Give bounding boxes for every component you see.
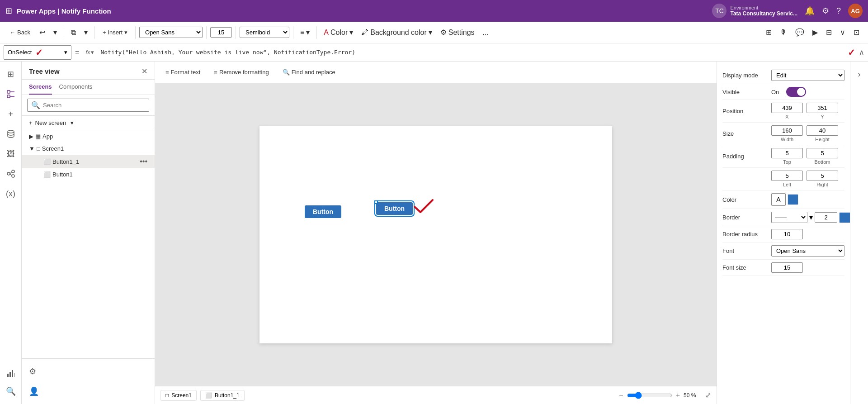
- settings-button[interactable]: ⚙ Settings: [437, 26, 478, 39]
- copy-dropdown[interactable]: ▾: [81, 26, 91, 39]
- notifications-icon[interactable]: 🔔: [805, 6, 815, 16]
- canvas-button-1[interactable]: Button: [305, 205, 341, 218]
- nav-search-icon[interactable]: 🔍: [2, 382, 20, 400]
- undo-button[interactable]: ↩: [36, 26, 48, 39]
- border-radius-input[interactable]: [771, 229, 803, 239]
- bg-color-button[interactable]: 🖍 Background color ▾: [358, 26, 435, 39]
- display-mode-label: Display mode: [722, 72, 768, 79]
- divider-4: [206, 26, 207, 39]
- user-avatar[interactable]: AG: [848, 4, 863, 18]
- position-y-input[interactable]: [807, 103, 838, 113]
- property-selector[interactable]: OnSelect ✓ ▾: [4, 45, 71, 60]
- color-a-button[interactable]: A: [771, 193, 786, 206]
- tree-item-button1[interactable]: ⬜ Button1: [22, 168, 155, 181]
- position-x-input[interactable]: [771, 103, 803, 113]
- settings-icon[interactable]: ⚙: [822, 6, 829, 16]
- nav-data-icon[interactable]: [2, 125, 20, 143]
- nav-media-icon[interactable]: 🖼: [2, 145, 20, 163]
- padding-right-input[interactable]: [807, 171, 838, 181]
- nav-tree-icon[interactable]: [2, 85, 20, 103]
- size-height-input[interactable]: [807, 125, 838, 136]
- tree-item-app[interactable]: ▶ ▦ App: [22, 130, 155, 143]
- size-width-input[interactable]: [771, 125, 803, 136]
- toolbar-icon-6[interactable]: ∨: [837, 26, 849, 39]
- back-button[interactable]: ← Back: [5, 27, 34, 38]
- fx-button[interactable]: fx ▾: [83, 48, 97, 57]
- tree-close-button[interactable]: ✕: [142, 67, 147, 76]
- insert-button[interactable]: + Insert ▾: [99, 27, 132, 38]
- screen1-tab[interactable]: □ Screen1: [160, 390, 197, 401]
- toolbar-icon-5[interactable]: ⊟: [823, 26, 835, 39]
- zoom-in-button[interactable]: +: [676, 391, 680, 399]
- remove-formatting-button[interactable]: ≡ Remove formatting: [209, 66, 274, 78]
- size-label: Size: [722, 130, 768, 137]
- color-swatch-fill[interactable]: [788, 194, 798, 205]
- undo-dropdown[interactable]: ▾: [50, 26, 60, 39]
- tab-components[interactable]: Components: [59, 80, 93, 95]
- tree-item-more-button[interactable]: •••: [140, 157, 147, 166]
- font-weight-select[interactable]: Semibold: [240, 27, 289, 38]
- search-input[interactable]: [43, 102, 145, 109]
- svg-line-9: [10, 174, 12, 176]
- nav-user-icon[interactable]: 👤: [29, 382, 147, 400]
- canvas-button-2[interactable]: Button: [376, 202, 413, 215]
- toolbar-icon-3[interactable]: 💬: [792, 26, 807, 39]
- padding-bottom-item: Bottom: [807, 148, 838, 165]
- handle-b[interactable]: [374, 200, 378, 204]
- find-replace-button[interactable]: 🔍 Find and replace: [278, 66, 340, 78]
- padding-right-item: Right: [807, 171, 838, 187]
- help-icon[interactable]: ?: [836, 6, 841, 16]
- tree-item-screen1[interactable]: ▼ □ Screen1: [22, 143, 155, 155]
- nav-connectors-icon[interactable]: [2, 165, 20, 183]
- expand-panel-icon[interactable]: ›: [850, 65, 868, 83]
- font-label: Font: [722, 247, 768, 254]
- font-family-select[interactable]: Open Sans: [139, 27, 203, 38]
- toolbar-icon-7[interactable]: ⊡: [850, 26, 863, 39]
- more-button[interactable]: ...: [480, 26, 492, 39]
- zoom-out-button[interactable]: −: [619, 391, 623, 399]
- canvas-main[interactable]: Button Button: [155, 83, 717, 386]
- formula-input[interactable]: [100, 49, 840, 56]
- display-mode-select[interactable]: Edit: [771, 70, 844, 81]
- svg-point-5: [7, 172, 10, 175]
- insert-chevron-icon: ▾: [124, 29, 127, 36]
- border-width-input[interactable]: [815, 212, 837, 223]
- copy-button[interactable]: ⧉: [68, 26, 79, 39]
- tab-screens[interactable]: Screens: [29, 80, 52, 95]
- divider-7: [316, 26, 317, 39]
- color-button[interactable]: A Color ▾: [321, 26, 356, 39]
- search-box[interactable]: 🔍: [27, 99, 149, 112]
- font-select[interactable]: Open Sans: [771, 245, 844, 257]
- expand-canvas-button[interactable]: ⤢: [705, 391, 711, 399]
- visible-toggle[interactable]: [786, 87, 806, 97]
- padding-top-item: Top: [771, 148, 803, 165]
- padding-top-input[interactable]: [771, 148, 803, 158]
- button1-1-tab[interactable]: ⬜ Button1_1: [200, 390, 245, 401]
- font-size-input[interactable]: [210, 27, 232, 38]
- nav-settings-icon[interactable]: ⚙: [29, 362, 147, 380]
- font-size-prop-input[interactable]: [771, 262, 803, 273]
- toolbar-icon-4[interactable]: ▶: [809, 26, 821, 39]
- nav-analytics-icon[interactable]: [2, 364, 20, 382]
- tree-item-button1-1[interactable]: ⬜ Button1_1 •••: [22, 155, 155, 168]
- padding-bottom-input[interactable]: [807, 148, 838, 158]
- align-button[interactable]: ≡ ▾: [297, 26, 313, 39]
- new-screen-button[interactable]: + New screen ▾: [22, 116, 155, 130]
- border-style-select[interactable]: ——: [771, 212, 807, 223]
- undo-icon: ↩: [39, 28, 45, 37]
- nav-insert-icon[interactable]: +: [2, 105, 20, 123]
- svg-rect-1: [7, 95, 10, 98]
- formula-expand-icon[interactable]: ∧: [859, 48, 864, 57]
- nav-home-icon[interactable]: ⊞: [2, 65, 20, 83]
- toolbar-icon-2[interactable]: 🎙: [777, 26, 790, 39]
- find-icon: 🔍: [283, 69, 290, 76]
- format-text-button[interactable]: ≡ Format text: [160, 66, 205, 78]
- canvas-frame[interactable]: Button Button: [259, 126, 612, 343]
- padding-left-input[interactable]: [771, 171, 803, 181]
- nav-vars-icon[interactable]: (x): [2, 185, 20, 203]
- apps-grid-icon[interactable]: ⊞: [5, 6, 12, 16]
- toolbar-icon-1[interactable]: ⊞: [763, 26, 775, 39]
- color-label: Color: [722, 196, 768, 203]
- border-color-swatch[interactable]: [839, 212, 850, 223]
- zoom-slider[interactable]: [627, 392, 672, 399]
